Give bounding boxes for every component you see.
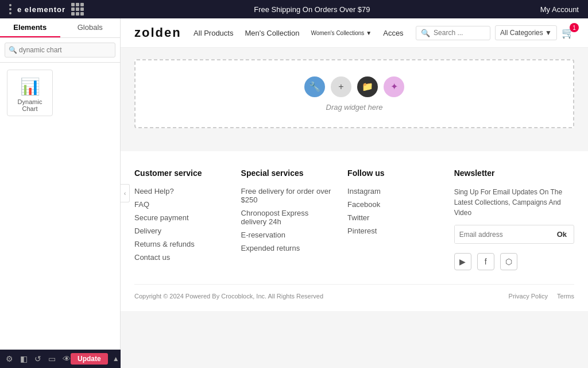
nav-womens-collections[interactable]: Women's Collections ▼ bbox=[311, 30, 372, 36]
nav-accessories[interactable]: Acces bbox=[383, 29, 403, 37]
footer-link-faq[interactable]: FAQ bbox=[134, 200, 230, 209]
search-box: 🔍 bbox=[416, 26, 490, 40]
footer-link-e-reservation[interactable]: E-reservation bbox=[241, 231, 336, 239]
footer-title-customer-service: Customer service bbox=[134, 168, 230, 178]
collapse-sidebar-tab[interactable]: ‹ bbox=[121, 184, 130, 202]
copyright-text: Copyright © 2024 Powered By Crocoblock, … bbox=[134, 293, 323, 300]
site-nav: All Products Men's Collection Women's Co… bbox=[194, 29, 404, 37]
toolbar-left-icons: ⚙ ◧ ↺ ▭ 👁 bbox=[6, 354, 71, 363]
footer-link-chronopost[interactable]: Chronopost Express delivery 24h bbox=[241, 209, 336, 226]
tab-globals[interactable]: Globals bbox=[60, 18, 121, 37]
chevron-down-icon: ▼ bbox=[366, 30, 372, 36]
footer-link-twitter[interactable]: Twitter bbox=[347, 213, 443, 222]
footer-link-pinterest[interactable]: Pinterest bbox=[347, 227, 443, 235]
sidebar-content: 📊 Dynamic Chart bbox=[0, 63, 120, 368]
chevron-down-icon: ▼ bbox=[545, 29, 552, 37]
footer-title-special-services: Special services bbox=[241, 168, 336, 178]
footer-bottom: Copyright © 2024 Powered By Crocoblock, … bbox=[134, 284, 574, 300]
dynamic-chart-widget[interactable]: 📊 Dynamic Chart bbox=[7, 70, 53, 116]
tool-icon[interactable]: 🔧 bbox=[304, 76, 325, 97]
header-right: 🔍 All Categories ▼ 🛒 1 bbox=[416, 25, 574, 40]
email-field[interactable] bbox=[455, 225, 550, 243]
youtube-icon[interactable]: ▶ bbox=[454, 253, 471, 270]
facebook-icon[interactable]: f bbox=[477, 253, 494, 270]
search-icon: 🔍 bbox=[421, 29, 430, 37]
layers-icon[interactable]: ◧ bbox=[20, 354, 28, 363]
newsletter-ok-button[interactable]: Ok bbox=[550, 225, 574, 243]
footer-col-follow-us: Follow us Instagram Facebook Twitter Pin… bbox=[347, 168, 443, 270]
footer-link-expended-returns[interactable]: Expended returns bbox=[241, 244, 336, 252]
nav-dropdown-womens: Women's Collections ▼ bbox=[311, 30, 372, 36]
sidebar-tabs: Elements Globals bbox=[0, 18, 120, 38]
footer-link-secure-payment[interactable]: Secure payment bbox=[134, 213, 230, 222]
footer-link-free-delivery[interactable]: Free delivery for order over $250 bbox=[241, 187, 336, 204]
categories-dropdown[interactable]: All Categories ▼ bbox=[495, 25, 557, 40]
sidebar-search-container: 🔍 bbox=[0, 38, 120, 63]
search-icon: 🔍 bbox=[9, 46, 17, 54]
drop-zone[interactable]: 🔧 + 📁 ✦ Drag widget here bbox=[134, 59, 574, 128]
footer-link-delivery[interactable]: Delivery bbox=[134, 227, 230, 235]
settings-icon[interactable]: ⚙ bbox=[6, 354, 13, 363]
footer-bottom-links: Privacy Policy Terms bbox=[509, 293, 574, 300]
grid-icon[interactable] bbox=[71, 3, 84, 16]
main-content: zolden All Products Men's Collection Wom… bbox=[121, 18, 588, 368]
sidebar: Elements Globals 🔍 📊 Dynamic Chart ‹ bbox=[0, 18, 121, 368]
update-button[interactable]: Update bbox=[71, 353, 108, 365]
elementor-logo: e elementor bbox=[17, 5, 65, 14]
cart-button[interactable]: 🛒 1 bbox=[562, 26, 574, 39]
chart-icon: 📊 bbox=[12, 77, 48, 96]
nav-all-products[interactable]: All Products bbox=[194, 29, 233, 37]
cart-badge: 1 bbox=[570, 23, 579, 32]
canvas-area: 🔧 + 📁 ✦ Drag widget here bbox=[121, 48, 588, 151]
top-bar-left: e elementor bbox=[9, 3, 84, 16]
history-icon[interactable]: ↺ bbox=[34, 354, 41, 363]
nav-mens-collection[interactable]: Men's Collection bbox=[245, 29, 299, 37]
privacy-policy-link[interactable]: Privacy Policy bbox=[509, 293, 548, 300]
preview-icon[interactable]: 👁 bbox=[63, 354, 71, 363]
social-icons: ▶ f ⬡ bbox=[454, 253, 574, 270]
toolbar-right-controls: Update ▲ bbox=[71, 353, 119, 365]
site-header: zolden All Products Men's Collection Wom… bbox=[121, 18, 588, 48]
footer-columns: Customer service Need Help? FAQ Secure p… bbox=[134, 168, 574, 270]
plus-icon[interactable]: + bbox=[331, 76, 351, 97]
account-link[interactable]: My Account bbox=[540, 5, 579, 14]
footer-link-need-help[interactable]: Need Help? bbox=[134, 187, 230, 195]
drop-label: Drag widget here bbox=[326, 103, 383, 112]
bottom-toolbar: ⚙ ◧ ↺ ▭ 👁 Update ▲ bbox=[0, 350, 121, 368]
shipping-notice: Free Shipping On Orders Over $79 bbox=[254, 5, 370, 14]
instagram-icon[interactable]: ⬡ bbox=[500, 253, 517, 270]
responsive-icon[interactable]: ▭ bbox=[48, 354, 56, 363]
footer-col-customer-service: Customer service Need Help? FAQ Secure p… bbox=[134, 168, 230, 270]
folder-icon[interactable]: 📁 bbox=[357, 76, 378, 97]
drop-zone-icons: 🔧 + 📁 ✦ bbox=[304, 76, 404, 97]
sparkle-icon[interactable]: ✦ bbox=[384, 76, 404, 97]
footer-title-follow-us: Follow us bbox=[347, 168, 443, 178]
search-field[interactable] bbox=[434, 29, 485, 37]
search-input[interactable] bbox=[5, 43, 115, 57]
widget-label: Dynamic Chart bbox=[12, 98, 48, 112]
footer-link-returns[interactable]: Returns & refunds bbox=[134, 240, 230, 248]
terms-link[interactable]: Terms bbox=[557, 293, 574, 300]
footer-title-newsletter: Newsletter bbox=[454, 168, 574, 178]
site-footer: Customer service Need Help? FAQ Secure p… bbox=[121, 151, 588, 311]
hamburger-icon[interactable] bbox=[9, 4, 11, 14]
newsletter-form: Ok bbox=[454, 225, 574, 244]
site-logo: zolden bbox=[134, 25, 181, 40]
footer-link-contact[interactable]: Contact us bbox=[134, 253, 230, 262]
footer-col-special-services: Special services Free delivery for order… bbox=[241, 168, 336, 270]
expand-icon[interactable]: ▲ bbox=[113, 355, 119, 363]
tab-elements[interactable]: Elements bbox=[0, 18, 60, 37]
footer-col-newsletter: Newsletter Sing Up For Email Updates On … bbox=[454, 168, 574, 270]
newsletter-description: Sing Up For Email Updates On The Latest … bbox=[454, 187, 574, 218]
top-bar: e elementor Free Shipping On Orders Over… bbox=[0, 0, 588, 18]
footer-link-facebook[interactable]: Facebook bbox=[347, 200, 443, 209]
footer-link-instagram[interactable]: Instagram bbox=[347, 187, 443, 195]
